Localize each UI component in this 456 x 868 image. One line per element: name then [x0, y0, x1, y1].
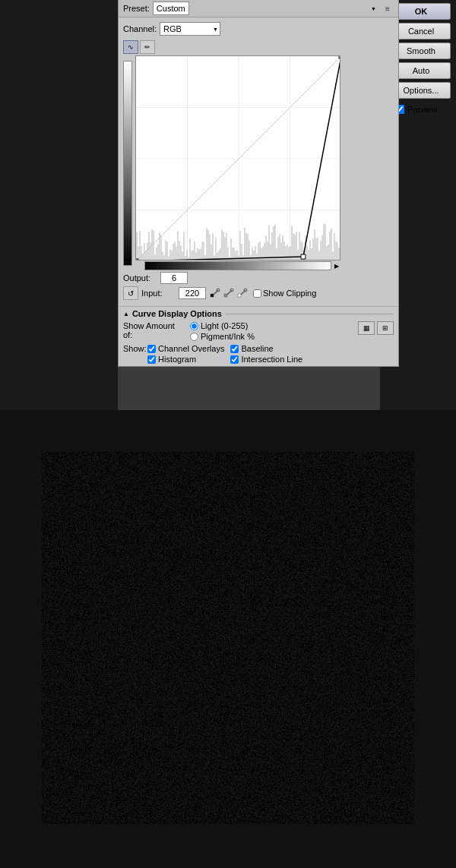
curves-tool-icon[interactable]: ∿ [123, 40, 138, 54]
preset-select[interactable]: Custom [153, 2, 189, 15]
preset-row: Preset: Custom ≡ [119, 0, 398, 17]
channel-overlays-checkbox[interactable] [147, 345, 156, 353]
noisy-image-area [42, 452, 414, 824]
show-clipping-checkbox[interactable] [253, 289, 261, 298]
output-row: Output: 6 [123, 272, 394, 284]
histogram-checkbox[interactable] [147, 355, 156, 364]
light-radio-row: Light (0-255) [190, 321, 255, 330]
show-row-wrapper: Show: Channel Overlays Histogram Baselin… [123, 344, 394, 364]
grid-small-button[interactable]: ▦ [358, 321, 375, 335]
channel-row: Channel: RGB Red Green Blue [123, 21, 394, 37]
options-button[interactable]: Options... [391, 82, 451, 99]
preview-row: Preview [391, 103, 452, 115]
pencil-tool-icon[interactable]: ✏ [140, 40, 155, 54]
show-checkboxes-col2: Baseline Intersection Line [230, 344, 302, 364]
svg-rect-6 [238, 294, 241, 297]
preset-label: Preset: [123, 4, 150, 13]
intersection-line-label: Intersection Line [241, 355, 302, 364]
input-gradient-strip [144, 261, 331, 270]
expand-arrow-icon[interactable]: ▶ [333, 262, 340, 270]
main-content: Channel: RGB Red Green Blue ∿ ✏ [119, 17, 398, 303]
eyedropper-white-icon[interactable] [236, 287, 249, 299]
output-field-label: Output: [123, 273, 157, 282]
input-value-input[interactable] [179, 287, 206, 299]
output-gradient-strip [123, 61, 132, 266]
svg-rect-0 [211, 294, 214, 297]
svg-line-4 [227, 290, 232, 295]
options-header[interactable]: ▲ Curve Display Options [123, 309, 394, 318]
options-title: Curve Display Options [132, 309, 222, 318]
preset-menu-icon[interactable]: ≡ [382, 2, 394, 14]
bg-dark-top-left [0, 0, 118, 410]
tool-icons-row: ∿ ✏ [123, 40, 394, 54]
cancel-button[interactable]: Cancel [391, 23, 451, 39]
light-radio[interactable] [190, 322, 198, 330]
show-label: Show: [123, 344, 147, 353]
eyedropper-black-icon[interactable] [209, 287, 221, 299]
preset-icons: ≡ [382, 2, 394, 14]
channel-overlays-label: Channel Overlays [158, 344, 224, 353]
options-triangle-icon: ▲ [123, 311, 129, 317]
show-clipping-label: Show Clipping [263, 289, 316, 298]
svg-rect-3 [224, 294, 227, 297]
options-divider [225, 314, 394, 314]
histogram-row: Histogram [147, 355, 224, 364]
channel-select-wrapper: RGB Red Green Blue [160, 22, 220, 36]
curves-dialog: Preset: Custom ≡ Channel: RGB Red Green … [118, 0, 399, 367]
left-content: Channel: RGB Red Green Blue ∿ ✏ [123, 21, 394, 300]
preview-label: Preview [407, 105, 437, 114]
output-value-input[interactable]: 6 [160, 272, 188, 284]
intersection-line-checkbox[interactable] [230, 355, 239, 364]
pigment-label: Pigment/Ink % [201, 332, 255, 341]
grid-large-button[interactable]: ⊞ [377, 321, 394, 335]
show-clipping-row: Show Clipping [253, 289, 316, 298]
channel-label: Channel: [123, 24, 157, 33]
show-checkboxes-col1: Channel Overlays Histogram [147, 344, 224, 364]
baseline-row: Baseline [230, 344, 302, 353]
show-amount-section: Show Amount of: Light (0-255) Pigment/In… [123, 321, 394, 341]
grid-icons: ▦ ⊞ [358, 321, 394, 335]
curves-canvas[interactable] [136, 56, 340, 260]
smooth-button[interactable]: Smooth [391, 43, 451, 59]
eyedropper-tools [209, 287, 249, 299]
radio-group: Light (0-255) Pigment/Ink % [190, 321, 255, 341]
ok-button[interactable]: OK [391, 3, 451, 20]
baseline-label: Baseline [241, 344, 273, 353]
hand-icon-row: ↺ Input: Show Clipping [123, 286, 394, 300]
curves-wrapper: ▶ [123, 55, 394, 270]
channel-select[interactable]: RGB Red Green Blue [160, 22, 220, 36]
svg-line-1 [214, 290, 218, 295]
input-field-label: Input: [141, 289, 176, 298]
curves-left-col [123, 55, 134, 270]
show-amount-label: Show Amount of: [123, 321, 184, 339]
hand-tool-icon[interactable]: ↺ [123, 286, 138, 300]
light-label: Light (0-255) [201, 321, 248, 330]
histogram-label: Histogram [158, 355, 196, 364]
curves-right-col: ▶ [135, 55, 340, 270]
pigment-radio[interactable] [190, 333, 198, 341]
pigment-radio-row: Pigment/Ink % [190, 332, 255, 341]
svg-line-7 [241, 290, 245, 295]
preset-select-wrapper: Custom [153, 2, 378, 15]
auto-button[interactable]: Auto [391, 62, 451, 79]
options-section: ▲ Curve Display Options Show Amount of: … [119, 306, 398, 366]
curves-canvas-area[interactable] [135, 55, 340, 260]
bottom-gradient-row: ▶ [135, 261, 340, 270]
baseline-checkbox[interactable] [230, 345, 239, 353]
eyedropper-gray-icon[interactable] [223, 287, 235, 299]
channel-overlays-row: Channel Overlays [147, 344, 224, 353]
intersection-line-row: Intersection Line [230, 355, 302, 364]
